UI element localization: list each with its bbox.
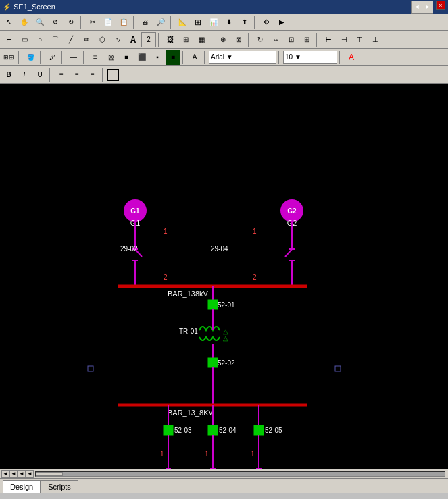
run-btn[interactable]: ▶ <box>274 15 289 30</box>
scroll-track[interactable] <box>35 471 445 477</box>
polygon-btn[interactable]: ⬡ <box>95 32 109 47</box>
chart-btn[interactable]: 📊 <box>206 15 221 30</box>
scroll-left2-btn[interactable]: ◄ <box>9 470 18 478</box>
nav-right-btn[interactable]: ► <box>422 1 433 13</box>
svg-text:1: 1 <box>160 450 164 458</box>
zoom-fit-btn[interactable]: 🔎 <box>153 15 168 30</box>
symbol-btn[interactable]: ⊞ <box>178 32 193 47</box>
tab-bar: Design Scripts <box>0 478 448 493</box>
ellipse-btn[interactable]: ○ <box>32 32 47 47</box>
hand-tool-btn[interactable]: ✋ <box>17 15 32 30</box>
svg-text:29-02: 29-02 <box>120 245 138 253</box>
window-title: SE1_Screen <box>14 3 55 11</box>
close-button[interactable]: × <box>436 1 445 10</box>
svg-text:BAR_13_8KV: BAR_13_8KV <box>168 409 214 417</box>
print-btn[interactable]: 🖨 <box>138 15 153 30</box>
font-color-btn[interactable]: A <box>344 50 359 65</box>
rotate-btn[interactable]: ↻ <box>253 32 268 47</box>
pencil-btn[interactable]: ✏ <box>79 32 94 47</box>
number-btn[interactable]: 2 <box>141 32 156 47</box>
sep4 <box>254 16 257 29</box>
size-dropdown[interactable]: 10 ▼ <box>283 51 337 64</box>
tab-design[interactable]: Design <box>3 480 41 493</box>
sep5 <box>158 33 161 47</box>
align-r-btn[interactable]: ⊤ <box>352 32 367 47</box>
paste-btn[interactable]: 📋 <box>116 15 131 30</box>
italic-btn[interactable]: I <box>17 68 32 82</box>
redo-btn[interactable]: ↻ <box>64 15 78 30</box>
border-btn[interactable] <box>107 69 119 81</box>
solid-btn[interactable]: ■ <box>119 50 134 65</box>
table-btn[interactable]: ▦ <box>194 32 209 47</box>
align-center-btn[interactable]: ≡ <box>70 68 84 82</box>
group-btn[interactable]: ⊡ <box>284 32 299 47</box>
text-btn[interactable]: A <box>126 32 141 47</box>
select-tool-btn[interactable]: ↖ <box>1 15 16 30</box>
wire-btn[interactable]: ⊠ <box>231 32 246 47</box>
align-c-btn[interactable]: ⊣ <box>337 32 351 47</box>
app-icon: ⚡ <box>3 3 11 11</box>
toolbar-row-2: ⌐ ▭ ○ ⌒ ╱ ✏ ⬡ ∿ A 2 🖼 ⊞ ▦ ⊕ ⊠ ↻ ↔ ⊡ ⊞ ⊢ … <box>0 31 448 49</box>
sep11 <box>61 51 64 64</box>
snap-btn[interactable]: ⊞⊞ <box>1 50 16 65</box>
dist-btn[interactable]: ⊥ <box>368 32 382 47</box>
import-btn[interactable]: ⬇ <box>222 15 237 30</box>
font-dropdown[interactable]: Arial ▼ <box>209 51 276 64</box>
angle-btn[interactable]: ⌐ <box>1 32 16 47</box>
svg-text:2: 2 <box>164 273 168 281</box>
align-right-btn[interactable]: ≡ <box>85 68 100 82</box>
scroll-left3-btn[interactable]: ◄ <box>18 470 26 478</box>
sep18 <box>102 68 105 82</box>
measure-btn[interactable]: 📐 <box>175 15 190 30</box>
align-l-btn[interactable]: ⊢ <box>321 32 336 47</box>
fill-color-btn[interactable]: 🪣 <box>23 50 38 65</box>
fill-btn[interactable]: ▨ <box>103 50 118 65</box>
zoom-btn[interactable]: 🔍 <box>32 15 47 30</box>
ungroup-btn[interactable]: ⊞ <box>299 32 314 47</box>
bold-btn[interactable]: B <box>1 68 16 82</box>
svg-text:1: 1 <box>251 450 255 458</box>
flip-btn[interactable]: ↔ <box>268 32 283 47</box>
align-left-btn[interactable]: ≡ <box>54 68 69 82</box>
dashed-btn[interactable]: ⬛ <box>134 50 149 65</box>
arc-btn[interactable]: ⌒ <box>48 32 63 47</box>
text-color-btn[interactable]: A <box>187 50 202 65</box>
curve-btn[interactable]: ∿ <box>110 32 125 47</box>
scroll-left-btn[interactable]: ◄ <box>1 470 9 478</box>
underline-btn[interactable]: U <box>32 68 47 82</box>
diagram-svg: G1 G1 G2 G2 29-02 1 2 29-04 1 2 BAR_138k… <box>0 84 448 469</box>
sep7 <box>248 33 251 47</box>
title-right: ◄ ► × <box>411 1 445 14</box>
component-btn[interactable]: ⊕ <box>216 32 230 47</box>
line-btn[interactable]: ╱ <box>64 32 78 47</box>
sep16 <box>339 51 342 64</box>
svg-text:G1: G1 <box>130 207 140 215</box>
scroll-end-btn[interactable]: ◄ <box>26 470 34 478</box>
line-color-btn[interactable]: 🖊 <box>45 50 59 65</box>
sep17 <box>49 68 52 82</box>
dotted-btn[interactable]: ▪ <box>150 50 165 65</box>
color1-btn[interactable]: ■ <box>166 50 180 65</box>
title-left: ⚡ SE1_Screen <box>3 3 55 11</box>
svg-text:BAR_138kV: BAR_138kV <box>168 290 209 298</box>
image-btn[interactable]: 🖼 <box>163 32 178 47</box>
canvas-area[interactable]: G1 G1 G2 G2 29-02 1 2 29-04 1 2 BAR_138k… <box>0 84 448 469</box>
config-btn[interactable]: ⚙ <box>259 15 274 30</box>
svg-text:2: 2 <box>253 273 257 281</box>
sep12 <box>83 51 86 64</box>
grid-btn[interactable]: ⊞ <box>191 15 205 30</box>
copy-btn[interactable]: 📄 <box>101 15 116 30</box>
cut-btn[interactable]: ✂ <box>85 15 100 30</box>
sep10 <box>40 51 43 64</box>
tab-scripts[interactable]: Scripts <box>41 480 78 493</box>
dash-btn[interactable]: — <box>66 50 81 65</box>
svg-rect-27 <box>208 300 218 309</box>
export-btn[interactable]: ⬆ <box>237 15 252 30</box>
nav-left-btn[interactable]: ◄ <box>412 1 422 13</box>
thickness-btn[interactable]: ≡ <box>88 50 103 65</box>
rect-btn[interactable]: ▭ <box>17 32 32 47</box>
sep15 <box>278 51 281 64</box>
undo-btn[interactable]: ↺ <box>48 15 63 30</box>
svg-rect-35 <box>208 358 218 367</box>
scroll-thumb[interactable] <box>36 472 63 476</box>
